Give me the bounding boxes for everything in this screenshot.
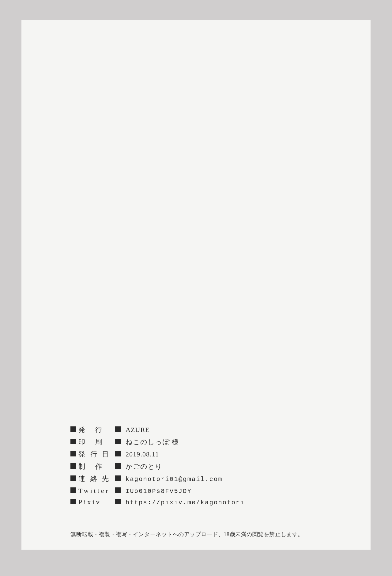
- colophon-row-publisher: 発 行 AZURE: [70, 425, 322, 434]
- colophon-row-creator: 制 作 かごのとり: [70, 462, 322, 471]
- bullet-icon: [70, 475, 76, 481]
- separator-bullet-icon: [115, 439, 121, 444]
- colophon-row-twitter: Twitter IUo010Ps8Fv5JDY: [70, 486, 322, 495]
- label-creator: 制 作: [78, 462, 115, 471]
- colophon-row-pixiv: Pixiv https://pixiv.me/kagonotori: [70, 498, 322, 506]
- colophon-row-contact: 連 絡 先 kagonotori01@gmail.com: [70, 474, 322, 483]
- value-printer: ねこのしっぽ 様: [126, 437, 322, 447]
- value-date: 2019.08.11: [126, 450, 322, 458]
- page: 発 行 AZURE 印 刷 ねこのしっぽ 様 発 行 日 2019.08.11 …: [21, 20, 371, 556]
- label-twitter: Twitter: [78, 487, 115, 495]
- separator-bullet-icon: [115, 499, 121, 504]
- value-pixiv: https://pixiv.me/kagonotori: [126, 499, 322, 506]
- bullet-icon: [70, 439, 76, 444]
- label-pixiv: Pixiv: [78, 498, 115, 506]
- bullet-icon: [70, 426, 76, 432]
- colophon-row-printer: 印 刷 ねこのしっぽ 様: [70, 437, 322, 447]
- value-publisher: AZURE: [126, 426, 322, 434]
- colophon-table: 発 行 AZURE 印 刷 ねこのしっぽ 様 発 行 日 2019.08.11 …: [70, 425, 322, 506]
- label-contact: 連 絡 先: [78, 474, 115, 483]
- separator-bullet-icon: [115, 451, 121, 456]
- separator-bullet-icon: [115, 487, 121, 493]
- value-twitter: IUo010Ps8Fv5JDY: [126, 488, 322, 495]
- bottom-bar: [21, 550, 371, 556]
- bullet-icon: [70, 451, 76, 456]
- separator-bullet-icon: [115, 475, 121, 481]
- separator-bullet-icon: [115, 426, 121, 432]
- bullet-icon: [70, 487, 76, 493]
- label-printer: 印 刷: [78, 437, 115, 447]
- bullet-icon: [70, 499, 76, 504]
- label-publisher: 発 行: [78, 425, 115, 434]
- value-contact: kagonotori01@gmail.com: [126, 476, 322, 483]
- bullet-icon: [70, 463, 76, 469]
- disclaimer-text: 無断転載・複製・複写・インターネットへのアップロード、18歳未満の閲覧を禁止しま…: [70, 521, 322, 538]
- value-creator: かごのとり: [126, 462, 322, 471]
- label-date: 発 行 日: [78, 450, 115, 459]
- separator-bullet-icon: [115, 463, 121, 469]
- content-area: 発 行 AZURE 印 刷 ねこのしっぽ 様 発 行 日 2019.08.11 …: [21, 425, 371, 538]
- colophon-row-date: 発 行 日 2019.08.11: [70, 450, 322, 459]
